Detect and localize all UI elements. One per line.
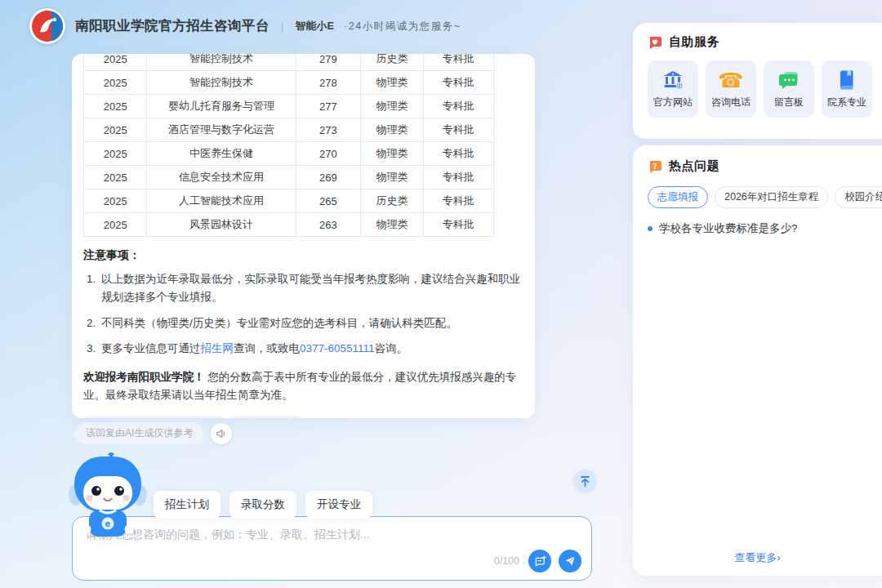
table-cell: 物理类 — [361, 95, 423, 118]
table-cell: 2025 — [84, 54, 147, 71]
note3-mid: 查询，或致电 — [234, 342, 300, 354]
table-cell: 风景园林设计 — [147, 213, 296, 237]
welcome-paragraph: 欢迎报考南阳职业学院！ 您的分数高于表中所有专业的最低分，建议优先填报感兴趣的专… — [83, 368, 524, 405]
question-bubble-icon: ? — [648, 159, 662, 174]
table-cell: 物理类 — [361, 118, 423, 142]
table-cell: 2025 — [84, 142, 147, 166]
message-input-card: 0/100 — [72, 516, 592, 581]
table-row: 2025中医养生保健270物理类专科批 — [84, 142, 494, 166]
hot-questions-title: 热点问题 — [669, 158, 719, 174]
service-official-website[interactable]: 官方网站 — [648, 60, 698, 118]
message-board-icon — [778, 69, 800, 91]
table-row: 2025智能控制技术279历史类专科批 — [84, 54, 494, 71]
service-label: 留言板 — [774, 96, 804, 109]
table-cell: 2025 — [84, 189, 147, 213]
admissions-chat-app: 南阳职业学院官方招生咨询平台 | 智能小E ·24小时竭诚为您服务~ 2025智… — [0, 0, 882, 588]
platform-title: 南阳职业学院官方招生咨询平台 — [75, 17, 270, 35]
table-cell: 277 — [296, 95, 361, 118]
note-text: 不同科类（物理类/历史类）专业需对应您的选考科目，请确认科类匹配。 — [101, 314, 524, 332]
bullet-dot-icon — [648, 226, 653, 231]
change-origin-button[interactable]: 修改生源地 — [232, 416, 301, 418]
admission-scores-table: 2025智能控制技术279历史类专科批2025智能控制技术278物理类专科批20… — [83, 54, 494, 237]
input-footer: 0/100 — [494, 550, 581, 572]
table-cell: 酒店管理与数字化运营 — [147, 118, 296, 142]
header: 南阳职业学院官方招生咨询平台 | 智能小E ·24小时竭诚为您服务~ — [29, 8, 461, 44]
table-row: 2025信息安全技术应用269物理类专科批 — [84, 166, 494, 189]
service-label: 院系专业 — [827, 96, 866, 109]
table-cell: 专科批 — [423, 54, 493, 71]
table-cell: 物理类 — [361, 166, 423, 189]
note3-prefix: 更多专业信息可通过 — [101, 342, 201, 354]
tag-campus-intro[interactable]: 校园介绍 — [835, 186, 882, 208]
table-cell: 历史类 — [361, 189, 423, 213]
table-row: 2025酒店管理与数字化运营273物理类专科批 — [84, 118, 494, 142]
table-cell: 2025 — [84, 95, 147, 118]
arrow-to-top-icon — [580, 475, 590, 487]
self-service-title: 自助服务 — [669, 34, 719, 50]
table-cell: 2025 — [84, 71, 147, 95]
chip-offered-majors[interactable]: 开设专业 — [305, 491, 372, 519]
table-cell: 历史类 — [361, 54, 423, 71]
service-tagline: ·24小时竭诚为您服务~ — [344, 20, 461, 33]
tag-2026-charter[interactable]: 2026年对口招生章程 — [715, 186, 828, 208]
table-cell: 中医养生保健 — [147, 142, 296, 166]
table-row: 2025人工智能技术应用265历史类专科批 — [84, 189, 494, 213]
hot-questions-header: ? 热点问题 — [648, 158, 882, 174]
robot-mascot-icon: e — [67, 451, 149, 537]
table-cell: 2025 — [84, 166, 147, 189]
table-cell: 专科批 — [423, 166, 493, 189]
svg-text:e: e — [105, 519, 111, 528]
send-button[interactable] — [559, 550, 581, 572]
new-conversation-button[interactable] — [528, 550, 551, 572]
quick-question-chips: 招生计划 录取分数 开设专业 — [154, 491, 372, 519]
table-cell: 专科批 — [423, 95, 493, 118]
table-cell: 物理类 — [361, 71, 423, 95]
note-number: 2. — [87, 314, 101, 332]
phone-icon: ☎ — [718, 69, 743, 91]
note-text: 更多专业信息可通过招生网查询，或致电0377-60551111咨询。 — [101, 340, 524, 358]
svg-text:?: ? — [653, 161, 657, 170]
service-bubble-icon — [648, 35, 662, 50]
welcome-bold: 欢迎报考南阳职业学院！ — [83, 371, 205, 383]
admissions-site-link[interactable]: 招生网 — [201, 342, 234, 354]
table-cell: 265 — [296, 189, 361, 213]
table-row: 2025智能控制技术278物理类专科批 — [84, 71, 494, 95]
service-departments-majors[interactable]: 院系专业 — [822, 60, 872, 118]
table-cell: 2025 — [84, 118, 147, 142]
service-consult-phone[interactable]: ☎ 咨询电话 — [706, 60, 756, 118]
table-cell: 269 — [296, 166, 361, 189]
chat-message-card: 2025智能控制技术279历史类专科批2025智能控制技术278物理类专科批20… — [72, 54, 535, 418]
phone-number-link[interactable]: 0377-60551111 — [300, 342, 375, 354]
suggested-actions: 查看更多在河南的专业分数 修改生源地 — [83, 416, 523, 418]
hot-question-item[interactable]: 学校各专业收费标准是多少? — [648, 221, 882, 236]
table-cell: 专科批 — [423, 189, 493, 213]
table-cell: 278 — [296, 71, 361, 95]
back-to-top-button[interactable] — [574, 470, 596, 492]
book-icon — [836, 69, 858, 91]
table-row: 2025婴幼儿托育服务与管理277物理类专科批 — [84, 95, 494, 118]
table-row: 2025风景园林设计263物理类专科批 — [84, 213, 494, 237]
chip-admission-scores[interactable]: 录取分数 — [229, 491, 296, 519]
hot-questions-card: ? 热点问题 志愿填报 2026年对口招生章程 校园介绍 学校各专业收费标准是多… — [633, 145, 882, 576]
hot-question-tags: 志愿填报 2026年对口招生章程 校园介绍 — [648, 186, 882, 208]
table-cell: 专科批 — [423, 118, 493, 142]
note-item-3: 3. 更多专业信息可通过招生网查询，或致电0377-60551111咨询。 — [83, 340, 524, 358]
scores-table-body: 2025智能控制技术279历史类专科批2025智能控制技术278物理类专科批20… — [84, 54, 494, 237]
robot-mascot: e — [67, 451, 149, 541]
table-cell: 273 — [296, 118, 361, 142]
tag-volunteer-filling[interactable]: 志愿填报 — [648, 186, 708, 208]
chip-admission-plan[interactable]: 招生计划 — [154, 491, 220, 519]
note-number: 3. — [87, 340, 101, 358]
ai-disclaimer-text: 该回复由AI生成仅供参考 — [75, 422, 203, 444]
note3-suffix: 咨询。 — [375, 342, 408, 354]
table-cell: 智能控制技术 — [147, 71, 296, 95]
table-cell: 物理类 — [361, 142, 423, 166]
table-cell: 物理类 — [361, 213, 423, 237]
more-henan-scores-button[interactable]: 查看更多在河南的专业分数 — [83, 416, 224, 418]
table-cell: 279 — [296, 54, 361, 71]
note-item-1: 1. 以上数据为近年录取最低分，实际录取可能受当年报考热度影响，建议结合兴趣和职… — [83, 270, 524, 307]
read-aloud-button[interactable] — [211, 423, 232, 444]
table-cell: 2025 — [84, 213, 147, 237]
service-message-board[interactable]: 留言板 — [764, 60, 814, 118]
see-more-link[interactable]: 查看更多› — [633, 550, 882, 565]
